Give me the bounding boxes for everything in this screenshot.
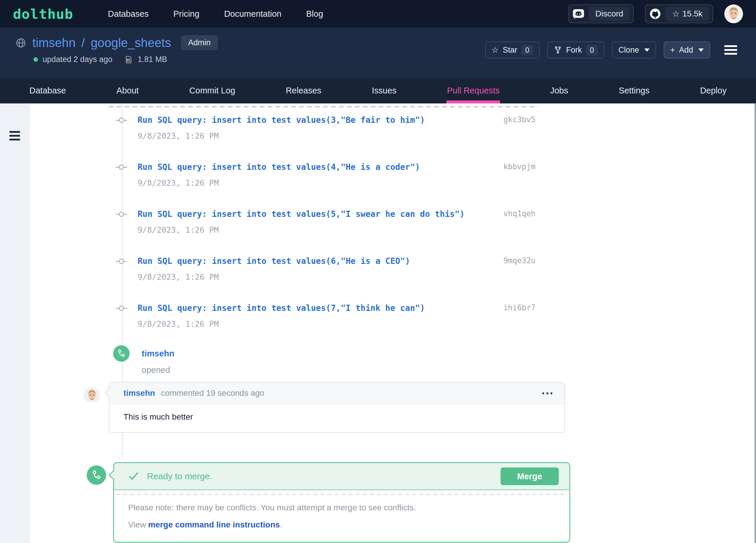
star-outline-icon: ☆ [672,9,679,19]
merge-view-line: View merge command line instructions. [128,520,555,529]
star-button[interactable]: ☆ Star 0 [485,41,540,59]
repo-owner-link[interactable]: timsehn [32,36,76,50]
chevron-down-icon [698,49,704,52]
public-globe-icon [15,37,26,49]
clone-button[interactable]: Clone [612,41,656,59]
pull-request-timeline: Run SQL query: insert into test values(3… [29,103,756,543]
github-star-count: 15.5k [683,9,703,19]
commit-timestamp: 9/8/2023, 1:26 PM [138,178,536,188]
commit-timestamp: 9/8/2023, 1:26 PM [138,226,536,235]
pull-request-icon [87,465,106,485]
tab-issues[interactable]: Issues [372,78,397,103]
commit-hash-link[interactable]: 9mqe32u [503,256,536,265]
commit-message-link[interactable]: Run SQL query: insert into test values(4… [138,162,420,172]
fork-icon [554,46,562,54]
discord-button[interactable]: Discord [568,4,634,23]
sidebar-toggle-button[interactable] [9,131,20,141]
check-icon [128,470,139,483]
tab-deploy[interactable]: Deploy [700,78,727,103]
commit-hash-link[interactable]: vhq1qeh [503,209,536,218]
opened-user-link[interactable]: timsehn [142,349,174,358]
pull-request-icon [113,345,130,362]
navbar-right: Discord ☆ 15.5k [568,4,743,23]
github-stars: ☆ 15.5k [665,7,709,21]
commit-hash-link[interactable]: gkc3bv5 [503,115,536,124]
tab-pull-requests[interactable]: Pull Requests [447,78,500,103]
user-avatar[interactable] [724,4,743,23]
repo-header: timsehn / google_sheets Admin updated 2 … [0,28,756,78]
fork-label: Fork [566,46,582,55]
commit-timestamp: 9/8/2023, 1:26 PM [138,131,536,141]
view-suffix: . [280,520,282,529]
github-button[interactable]: ☆ 15.5k [645,4,713,23]
commit-message-link[interactable]: Run SQL query: insert into test values(3… [138,115,425,125]
database-size-icon [124,55,133,64]
repo-menu-button[interactable] [724,45,737,55]
nav-link-pricing[interactable]: Pricing [173,9,200,19]
add-button[interactable]: + Add [664,41,710,59]
merge-button[interactable]: Merge [501,467,559,485]
repo-size: 1.81 MB [138,55,167,64]
commit-row: Run SQL query: insert into test values(6… [29,256,536,294]
commit-row: Run SQL query: insert into test values(7… [29,303,536,341]
merge-caret [108,470,118,479]
add-label: Add [679,46,693,55]
nav-link-documentation[interactable]: Documentation [224,9,281,19]
commit-node-icon [116,118,127,123]
left-sidebar [0,103,29,543]
discord-icon [572,8,585,20]
repo-slash: / [81,36,85,50]
commit-hash-link[interactable]: kbbvpjm [503,162,536,171]
comment-user-link[interactable]: timsehn [123,388,155,398]
tab-database[interactable]: Database [29,78,66,103]
nav-link-blog[interactable]: Blog [306,9,323,19]
chevron-down-icon [644,49,650,52]
repo-tab-bar: Database About Commit Log Releases Issue… [0,78,756,103]
star-label: Star [503,46,517,55]
admin-badge: Admin [181,35,218,50]
commit-timestamp: 9/8/2023, 1:26 PM [138,319,536,328]
star-count: 0 [521,45,533,55]
dolthub-logo[interactable]: dolthub [13,6,73,22]
merge-status-panel: Ready to merge. Merge Please note: there… [113,462,570,543]
tab-commit-log[interactable]: Commit Log [189,78,235,103]
commit-node-icon [116,305,127,311]
merge-instructions-link[interactable]: merge command line instructions [148,520,280,529]
commit-hash-link[interactable]: ihi6br7 [503,303,536,312]
nav-link-databases[interactable]: Databases [108,9,149,19]
clipped-text-row [109,106,538,108]
tab-jobs[interactable]: Jobs [550,78,568,103]
tab-settings[interactable]: Settings [619,78,650,103]
commit-message-link[interactable]: Run SQL query: insert into test values(5… [138,209,465,219]
commit-message-link[interactable]: Run SQL query: insert into test values(7… [138,303,425,313]
commit-node-icon [116,212,127,217]
commit-message-link[interactable]: Run SQL query: insert into test values(6… [138,256,410,266]
merge-body: Please note: there may be conflicts. You… [114,490,569,542]
repo-name-link[interactable]: google_sheets [91,36,171,50]
discord-label: Discord [589,7,630,21]
dolthub-pull-request-page: dolthub Databases Pricing Documentation … [0,0,756,543]
overflow-menu-icon[interactable]: ⋯ [541,390,554,396]
star-icon: ☆ [491,45,499,55]
merge-conflict-note: Please note: there may be conflicts. You… [128,503,555,512]
comment-card: timsehn commented 19 seconds ago ⋯ This … [109,382,565,433]
updated-text: updated 2 days ago [43,55,112,64]
clipped-text-row [116,494,568,495]
top-navbar: dolthub Databases Pricing Documentation … [0,0,756,28]
view-prefix: View [128,520,148,529]
plus-icon: + [670,46,675,55]
commit-row: Run SQL query: insert into test values(4… [29,162,536,201]
fork-count: 0 [586,45,598,55]
fork-button[interactable]: Fork 0 [547,41,604,59]
merge-header: Ready to merge. Merge [114,463,569,490]
comment-body: This is much better [109,404,564,432]
comment-meta: commented 19 seconds ago [161,388,264,398]
comment-author-avatar[interactable] [84,387,100,403]
commit-timestamp: 9/8/2023, 1:26 PM [138,272,536,281]
commit-node-icon [116,165,127,170]
repo-action-buttons: ☆ Star 0 Fork 0 Clone + Add [485,41,737,59]
merge-status-text: Ready to merge. [147,471,212,481]
tab-about[interactable]: About [116,78,139,103]
scrollbar[interactable] [755,103,756,543]
tab-releases[interactable]: Releases [286,78,321,103]
